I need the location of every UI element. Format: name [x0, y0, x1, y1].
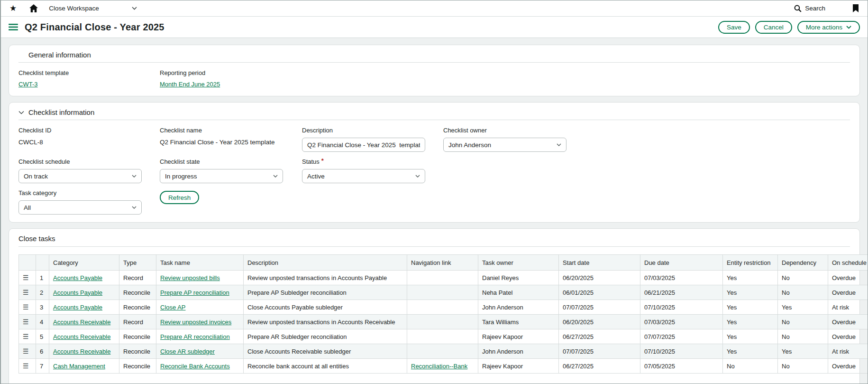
type-cell: Reconcile: [119, 300, 156, 315]
checklist-name-value: Q2 Financial Close - Year 2025 template: [160, 138, 276, 147]
column-header: Task name: [156, 255, 244, 271]
drag-handle-icon[interactable]: ☰: [23, 347, 29, 355]
checklist-information-form: Checklist ID CWCL-8 Checklist name Q2 Fi…: [18, 127, 850, 215]
drag-handle-icon[interactable]: ☰: [23, 318, 29, 326]
checklist-template-link[interactable]: CWT-3: [18, 81, 37, 88]
dependency-cell: Yes: [778, 300, 828, 315]
general-information-fields: Checklist template CWT-3 Reporting perio…: [18, 69, 850, 88]
drag-column-header: [19, 255, 36, 271]
category-link[interactable]: Accounts Receivable: [53, 333, 110, 340]
entity-restriction-cell: Yes: [723, 329, 778, 344]
close-workspace-page: ★ Close Workspace Search Q2 Financial Cl…: [0, 0, 868, 384]
checklist-id-label: Checklist ID: [18, 127, 160, 134]
task-name-link[interactable]: Review unposted bills: [160, 274, 220, 281]
task-name-link[interactable]: Close AP: [160, 304, 185, 311]
close-tasks-table: CategoryTypeTask nameDescriptionNavigati…: [18, 254, 868, 374]
checklist-name-field: Checklist name Q2 Financial Close - Year…: [160, 127, 302, 152]
entity-restriction-cell: No: [723, 359, 778, 374]
category-link[interactable]: Cash Management: [53, 363, 105, 370]
drag-handle-icon[interactable]: ☰: [23, 274, 29, 281]
required-asterisk: *: [321, 157, 324, 164]
task-category-value: All: [24, 204, 31, 211]
due-date-cell: 06/21/2025: [640, 285, 723, 300]
checklist-owner-field: Checklist owner John Anderson: [443, 127, 850, 152]
type-cell: Reconcile: [119, 329, 156, 344]
more-actions-label: More actions: [806, 24, 842, 31]
category-link[interactable]: Accounts Payable: [53, 289, 102, 296]
checklist-list-icon[interactable]: [9, 23, 18, 31]
category-link[interactable]: Accounts Receivable: [53, 348, 110, 355]
top-nav-bar: ★ Close Workspace Search: [1, 0, 868, 17]
description-cell: Prepare AR Subledger reconciliation: [244, 329, 407, 344]
table-row: ☰ 5 Accounts Receivable Reconcile Prepar…: [19, 329, 868, 344]
column-header: Dependency: [778, 255, 828, 271]
description-cell: Review unposted transactions in Accounts…: [244, 315, 407, 329]
table-row: ☰ 1 Accounts Payable Record Review unpos…: [19, 271, 868, 285]
home-icon[interactable]: [29, 4, 38, 12]
drag-handle-icon[interactable]: ☰: [23, 362, 29, 370]
reporting-period-link[interactable]: Month End June 2025: [160, 81, 220, 88]
general-information-header[interactable]: General information: [18, 51, 850, 63]
category-link[interactable]: Accounts Payable: [53, 304, 102, 311]
task-name-link[interactable]: Prepare AR reconciliation: [160, 333, 230, 340]
dependency-cell: No: [778, 285, 828, 300]
general-information-title: General information: [28, 51, 91, 59]
page-title: Q2 Financial Close - Year 2025: [25, 22, 164, 33]
close-tasks-table-wrap: CategoryTypeTask nameDescriptionNavigati…: [18, 254, 850, 380]
row-number: 1: [36, 271, 49, 285]
entity-restriction-cell: Yes: [723, 315, 778, 329]
column-header: Description: [244, 255, 407, 271]
column-header: On schedule: [828, 255, 868, 271]
favorites-star-icon[interactable]: ★: [9, 4, 17, 12]
table-row: ☰ 3 Accounts Payable Reconcile Close AP …: [19, 300, 868, 315]
save-button[interactable]: Save: [718, 21, 750, 34]
checklist-schedule-value: On track: [24, 173, 48, 180]
checklist-owner-select[interactable]: John Anderson: [443, 138, 566, 152]
status-select[interactable]: Active: [302, 169, 425, 183]
description-input[interactable]: [302, 138, 425, 152]
task-category-select[interactable]: All: [18, 200, 142, 215]
row-number: 6: [36, 344, 49, 359]
search-label: Search: [805, 5, 825, 12]
refresh-button-cell: Refresh: [160, 189, 302, 215]
column-header: Type: [119, 255, 156, 271]
table-row: ☰ 6 Accounts Receivable Reconcile Close …: [19, 344, 868, 359]
checklist-information-header[interactable]: Checklist information: [18, 108, 850, 120]
category-link[interactable]: Accounts Payable: [53, 274, 102, 281]
search-control[interactable]: Search: [794, 5, 825, 12]
chevron-down-icon: [132, 206, 137, 209]
table-row: ☰ 7 Cash Management Reconcile Reconcile …: [19, 359, 868, 374]
checklist-template-field: Checklist template CWT-3: [18, 69, 160, 88]
chevron-down-icon: [846, 26, 851, 29]
category-link[interactable]: Accounts Receivable: [53, 318, 110, 326]
refresh-button[interactable]: Refresh: [160, 191, 199, 204]
task-name-link[interactable]: Close AR subledger: [160, 348, 215, 355]
on-schedule-cell: At risk: [828, 344, 868, 359]
drag-handle-icon[interactable]: ☰: [23, 333, 29, 340]
checklist-owner-label: Checklist owner: [443, 127, 850, 134]
more-actions-button[interactable]: More actions: [797, 21, 860, 34]
task-name-link[interactable]: Prepare AP reconciliation: [160, 289, 229, 296]
drag-handle-icon[interactable]: ☰: [23, 303, 29, 311]
row-number: 3: [36, 300, 49, 315]
bookmark-icon[interactable]: [852, 4, 859, 12]
checklist-state-select[interactable]: In progress: [160, 169, 283, 183]
task-owner-cell: John Anderson: [478, 344, 559, 359]
drag-handle-icon[interactable]: ☰: [23, 289, 29, 296]
description-cell: Prepare AP Subledger reconciliation: [244, 285, 407, 300]
task-name-link[interactable]: Reconcile Bank Accounts: [160, 363, 230, 370]
cancel-button[interactable]: Cancel: [755, 21, 792, 34]
description-cell: Review unposted transactions in Accounts…: [244, 271, 407, 285]
checklist-state-value: In progress: [165, 173, 197, 180]
status-field: Status* Active: [302, 158, 443, 183]
task-name-link[interactable]: Review unposted invoices: [160, 318, 231, 326]
start-date-cell: 06/27/2025: [559, 359, 640, 374]
workspace-selector[interactable]: Close Workspace: [49, 5, 137, 12]
task-owner-cell: Rajeev Kapoor: [478, 329, 559, 344]
checklist-name-label: Checklist name: [160, 127, 302, 134]
close-tasks-card: Close tasks CategoryTypeTask nameDescrip…: [9, 228, 860, 384]
navigation-link[interactable]: Reconciliation--Bank: [411, 363, 467, 370]
description-field: Description: [302, 127, 443, 152]
checklist-schedule-select[interactable]: On track: [18, 169, 142, 183]
reporting-period-label: Reporting period: [160, 69, 302, 77]
